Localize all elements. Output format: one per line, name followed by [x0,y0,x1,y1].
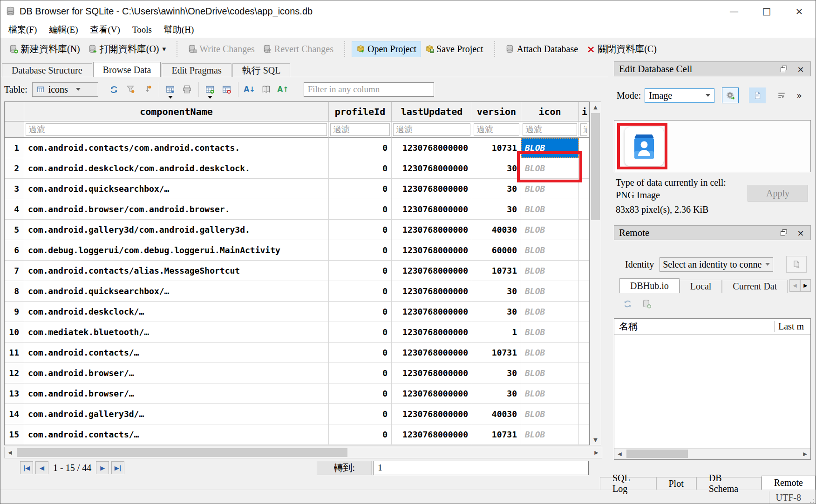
attach-database-button[interactable]: Attach Database [502,41,583,57]
cell-version[interactable]: 30 [472,383,521,404]
menu-item-help[interactable]: 幫助(H) [158,22,200,38]
close-button[interactable]: × [783,0,816,22]
cell-componentName[interactable]: com.android.contacts/alias.MessageShortc… [24,261,329,281]
cell-profileId[interactable]: 0 [329,220,392,240]
cell-profileId[interactable]: 0 [329,322,392,343]
menu-item-edit[interactable]: 編輯(E) [43,22,84,38]
row-number-cell[interactable]: 7 [5,261,24,281]
close-database-button[interactable]: ×關閉資料庫(C) [582,40,661,58]
vertical-scrollbar-thumb[interactable] [591,113,600,220]
dropdown-caret-icon[interactable] [208,96,212,99]
cell-profileId[interactable]: 0 [329,343,392,363]
remote-tab-dbhub-io[interactable]: DBHub.io [619,278,680,293]
cell-icon[interactable]: BLOB [521,424,579,445]
cell-icon[interactable]: BLOB [521,281,579,302]
clear-filter-button[interactable] [122,82,139,97]
cell-lastUpdated[interactable]: 1230768000000 [392,220,472,240]
column-header-profileId[interactable]: profileId [329,102,392,121]
goto-row-input[interactable] [374,461,589,475]
cell-version[interactable]: 1 [472,322,521,343]
column-filter-input[interactable] [393,123,470,136]
word-wrap-button[interactable] [773,87,790,103]
cell-version[interactable]: 60000 [472,240,521,261]
cell-partial[interactable] [579,240,589,261]
cell-profileId[interactable]: 0 [329,424,392,445]
dropdown-caret-icon[interactable]: ▼ [163,47,166,52]
tab-scroll-right-icon[interactable]: ▶ [800,279,811,292]
column-header-version[interactable]: version [472,102,521,121]
menu-item-tools[interactable]: Tools [126,22,158,38]
tab-scroll-left-icon[interactable]: ◀ [789,279,800,292]
clone-database-icon[interactable] [642,299,651,308]
menu-item-view[interactable]: 查看(V) [84,22,126,38]
cell-icon[interactable]: BLOB [521,240,579,261]
cell-partial[interactable] [579,383,589,404]
cell-icon[interactable]: BLOB [521,383,579,404]
cell-lastUpdated[interactable]: 1230768000000 [392,138,472,158]
save-results-button[interactable] [162,82,179,97]
cell-icon[interactable]: BLOB [521,199,579,220]
filter-any-column-input[interactable] [304,82,434,97]
row-number-cell[interactable]: 1 [5,138,24,158]
row-number-cell[interactable]: 15 [5,424,24,445]
column-header-componentName[interactable]: componentName [24,102,329,121]
cell-componentName[interactable]: com.android.contacts/… [24,343,329,363]
cell-lastUpdated[interactable]: 1230768000000 [392,179,472,199]
delete-record-button[interactable] [218,82,235,97]
cell-profileId[interactable]: 0 [329,179,392,199]
cell-version[interactable]: 30 [472,199,521,220]
tree-body[interactable] [614,335,810,448]
row-number-cell[interactable]: 10 [5,322,24,343]
text-mode-toggle-button[interactable] [749,87,766,103]
row-number-cell[interactable]: 11 [5,343,24,363]
tree-horizontal-scrollbar[interactable]: ◀ ▶ [614,448,810,459]
cell-icon[interactable]: BLOB [521,179,579,199]
maximize-button[interactable]: □ [750,0,783,22]
new-database-button[interactable]: 新建資料庫(N) [5,40,84,58]
cell-componentName[interactable]: com.mediatek.bluetooth/… [24,322,329,343]
cell-partial[interactable] [579,158,589,179]
cell-partial[interactable] [579,199,589,220]
cell-lastUpdated[interactable]: 1230768000000 [392,199,472,220]
row-number-cell[interactable]: 9 [5,302,24,322]
cell-version[interactable]: 10731 [472,424,521,445]
encoding-label[interactable]: UTF-8 [769,491,808,504]
row-number-cell[interactable]: 14 [5,404,24,424]
cell-icon[interactable]: BLOB [521,363,579,383]
cell-version[interactable]: 40030 [472,404,521,424]
column-filter-input[interactable] [330,123,390,136]
next-page-button[interactable]: ▶ [96,461,109,474]
remote-refresh-icon[interactable] [623,299,632,308]
scroll-right-icon[interactable]: ▶ [800,449,810,459]
overflow-expand-icon[interactable]: » [796,90,802,101]
tree-scrollbar-thumb[interactable] [626,450,688,458]
column-filter-input[interactable] [474,123,519,136]
column-header-lastUpdated[interactable]: lastUpdated [392,102,472,121]
dock-tab-plot[interactable]: Plot [656,477,696,490]
dock-tab-sql-log[interactable]: SQL Log [600,477,656,490]
row-number-cell[interactable]: 3 [5,179,24,199]
cell-version[interactable]: 10731 [472,138,521,158]
resize-grip[interactable] [808,497,814,503]
cell-profileId[interactable]: 0 [329,383,392,404]
column-filter-input[interactable] [580,123,587,136]
import-identity-button[interactable] [786,256,807,273]
cell-partial[interactable] [579,138,589,158]
apply-button[interactable]: Apply [748,185,808,202]
cell-componentName[interactable]: com.debug.loggerui/com.debug.loggerui.Ma… [24,240,329,261]
cell-partial[interactable] [579,220,589,240]
cell-icon[interactable]: BLOB [521,302,579,322]
cell-partial[interactable] [579,281,589,302]
cell-componentName[interactable]: com.android.contacts/com.android.contact… [24,138,329,158]
row-number-cell[interactable]: 8 [5,281,24,302]
cell-partial[interactable] [579,404,589,424]
table-select[interactable]: icons [32,82,98,97]
cell-componentName[interactable]: com.android.browser/… [24,363,329,383]
scroll-left-icon[interactable]: ◀ [614,449,625,459]
cell-lastUpdated[interactable]: 1230768000000 [392,383,472,404]
row-number-cell[interactable]: 5 [5,220,24,240]
cell-version[interactable]: 30 [472,302,521,322]
new-record-button[interactable] [202,82,218,97]
open-project-button[interactable]: Open Project [352,41,421,57]
float-panel-icon[interactable] [779,64,789,74]
